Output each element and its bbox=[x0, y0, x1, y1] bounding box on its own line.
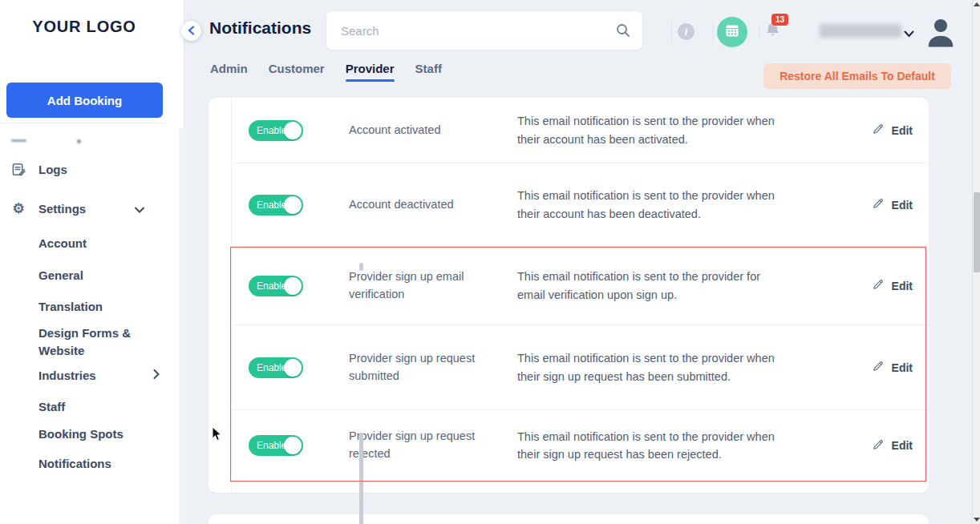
toggle-knob bbox=[284, 196, 302, 214]
page-scrollbar[interactable] bbox=[972, 0, 980, 524]
sidebar-item-label: Settings bbox=[38, 202, 86, 216]
page-title: Notifications bbox=[209, 18, 311, 38]
notification-row-signup-request-submitted: Enabled Provider sign up request submitt… bbox=[209, 325, 929, 409]
sidebar-scrollbar[interactable] bbox=[179, 128, 185, 524]
header-divider bbox=[712, 21, 713, 43]
toggle-knob bbox=[284, 437, 302, 454]
chevron-right-icon bbox=[153, 368, 160, 382]
sidebar-item-account[interactable]: Account bbox=[38, 235, 163, 252]
redacted-sidebar-item-icon bbox=[11, 139, 26, 142]
sidebar-scrollbar-thumb[interactable] bbox=[359, 433, 363, 524]
notification-count-badge: 13 bbox=[771, 14, 788, 26]
tab-admin[interactable]: Admin bbox=[210, 62, 248, 82]
enabled-toggle[interactable]: Enabled bbox=[249, 435, 303, 456]
notification-name: Provider sign up email verification bbox=[349, 268, 493, 304]
notification-description: This email notification is sent to the p… bbox=[517, 349, 784, 385]
notification-description: This email notification is sent to the p… bbox=[517, 268, 784, 303]
restore-all-emails-button[interactable]: Restore All Emails To Default bbox=[763, 63, 951, 89]
tab-staff[interactable]: Staff bbox=[415, 62, 442, 82]
sidebar-item-industries[interactable]: Industries bbox=[38, 367, 163, 385]
notification-description: This email notification is sent to the p… bbox=[517, 112, 784, 147]
chevron-down-icon bbox=[135, 202, 144, 216]
sidebar: YOUR LOGO Add Booking Logs ⚙ Settings Ac… bbox=[0, 0, 184, 524]
pencil-icon bbox=[872, 360, 885, 375]
sidebar-item-general[interactable]: General bbox=[38, 267, 163, 284]
bell-icon bbox=[763, 29, 782, 42]
notification-row-account-activated: Enabled Account activated This email not… bbox=[209, 98, 929, 163]
enabled-toggle[interactable]: Enabled bbox=[249, 195, 303, 216]
pencil-icon bbox=[872, 123, 885, 138]
scrollbar-thumb[interactable] bbox=[974, 192, 980, 272]
sidebar-item-translation[interactable]: Translation bbox=[38, 298, 163, 316]
sidebar-item-logs[interactable]: Logs bbox=[0, 162, 168, 177]
search-icon[interactable] bbox=[615, 22, 631, 42]
enabled-toggle[interactable]: Enabled bbox=[249, 276, 303, 296]
notification-row-signup-email-verification: Enabled Provider sign up email verificat… bbox=[209, 247, 929, 324]
user-avatar[interactable] bbox=[924, 15, 958, 49]
sidebar-item-design-forms-website[interactable]: Design Forms & Website bbox=[38, 324, 143, 360]
edit-button[interactable]: Edit bbox=[872, 438, 913, 453]
header-divider bbox=[759, 25, 759, 39]
chevron-left-icon bbox=[188, 24, 195, 38]
notification-description: This email notification is sent to the p… bbox=[517, 428, 784, 463]
user-menu-chevron-down-icon[interactable] bbox=[904, 26, 914, 41]
notification-description: This email notification is sent to the p… bbox=[517, 187, 784, 222]
header-divider bbox=[671, 21, 672, 43]
notifications-list-card: Enabled Account activated This email not… bbox=[209, 98, 929, 493]
calendar-icon bbox=[724, 22, 740, 42]
edit-button[interactable]: Edit bbox=[872, 123, 913, 138]
app-logo: YOUR LOGO bbox=[0, 18, 168, 36]
collapse-sidebar-button[interactable] bbox=[181, 21, 201, 41]
sidebar-item-notifications[interactable]: Notifications bbox=[38, 455, 163, 473]
toggle-knob bbox=[284, 122, 302, 139]
enabled-toggle[interactable]: Enabled bbox=[249, 357, 303, 378]
edit-button[interactable]: Edit bbox=[872, 197, 913, 212]
sidebar-item-label: Logs bbox=[38, 163, 67, 176]
notification-row-signup-request-rejected: Enabled Provider sign up request rejecte… bbox=[209, 410, 929, 481]
user-name-redacted[interactable] bbox=[820, 24, 901, 38]
edit-button[interactable]: Edit bbox=[872, 278, 913, 293]
notification-row-account-deactivated: Enabled Account deactivated This email n… bbox=[209, 163, 929, 246]
card-gutter-divider bbox=[231, 98, 232, 493]
toggle-knob bbox=[284, 359, 302, 377]
calendar-button[interactable] bbox=[717, 17, 747, 47]
scrollbar-up-arrow[interactable] bbox=[974, 2, 980, 6]
edit-button[interactable]: Edit bbox=[872, 360, 913, 375]
sidebar-item-settings[interactable]: ⚙ Settings bbox=[0, 202, 168, 216]
sidebar-divider bbox=[0, 123, 166, 123]
search-box bbox=[326, 11, 642, 50]
info-icon[interactable]: i bbox=[678, 23, 695, 40]
next-card-top-edge bbox=[209, 514, 929, 524]
tab-customer[interactable]: Customer bbox=[269, 62, 325, 82]
pencil-icon bbox=[872, 278, 885, 293]
search-input[interactable] bbox=[326, 11, 642, 50]
notification-name: Provider sign up request rejected bbox=[349, 428, 493, 463]
redacted-sidebar-item-label bbox=[77, 139, 81, 143]
pencil-icon bbox=[872, 438, 885, 453]
gear-icon: ⚙ bbox=[10, 202, 26, 216]
tab-bar: Admin Customer Provider Staff bbox=[210, 62, 442, 82]
tab-provider[interactable]: Provider bbox=[346, 62, 395, 82]
sidebar-item-staff[interactable]: Staff bbox=[38, 398, 163, 416]
logs-icon bbox=[10, 162, 26, 177]
notification-name: Account deactivated bbox=[349, 196, 493, 214]
add-booking-button[interactable]: Add Booking bbox=[6, 83, 163, 118]
pencil-icon bbox=[872, 197, 885, 212]
notification-name: Account activated bbox=[349, 122, 493, 139]
toggle-knob bbox=[284, 277, 302, 295]
enabled-toggle[interactable]: Enabled bbox=[249, 120, 303, 141]
sidebar-item-booking-spots[interactable]: Booking Spots bbox=[38, 425, 163, 443]
notification-name: Provider sign up request submitted bbox=[349, 350, 493, 385]
scrollbar-down-arrow[interactable] bbox=[974, 518, 980, 522]
